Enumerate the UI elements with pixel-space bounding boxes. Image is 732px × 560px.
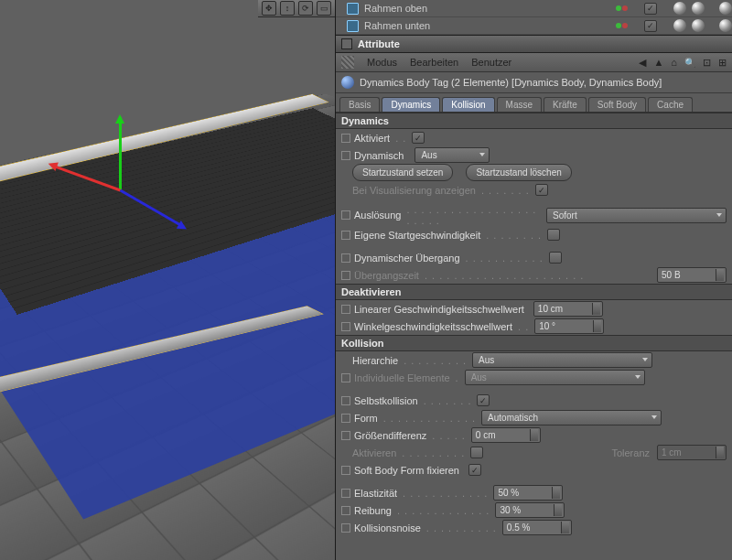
label-bei-visualisierung: Bei Visualisierung anzeigen	[352, 185, 476, 196]
check-aktiviert[interactable]: ✓	[412, 132, 425, 144]
search-icon[interactable]: 🔍	[684, 58, 695, 68]
panel-handle-icon[interactable]	[341, 38, 352, 49]
tree-row[interactable]: Rahmen oben ✓	[336, 0, 732, 17]
attribute-title: Attribute	[358, 38, 400, 49]
vp-max-icon[interactable]: ▭	[317, 1, 331, 16]
btn-startzustand-setzen[interactable]: Startzustand setzen	[352, 164, 453, 181]
material-icon[interactable]	[673, 19, 686, 32]
label-lin-schwellwert: Linearer Geschwindigkeitsschwellwert	[354, 304, 524, 315]
check-aktivieren[interactable]	[470, 447, 483, 458]
visibility-dots[interactable]	[616, 23, 628, 28]
object-tree: Rahmen oben ✓ Rahmen unten ✓	[336, 0, 732, 35]
visibility-dots[interactable]	[616, 5, 628, 11]
label-elastizitaet: Elastizität	[354, 488, 397, 499]
label-dynamisch: Dynamisch	[354, 150, 404, 161]
tag-label: Dynamics Body Tag (2 Elemente) [Dynamics…	[360, 77, 662, 88]
material-icon[interactable]	[692, 19, 705, 32]
section-deaktivieren: Deaktivieren	[336, 284, 732, 300]
viewport-toolbar: ✥ ↕ ⟳ ▭	[258, 0, 335, 17]
material-icon[interactable]	[673, 2, 686, 15]
label-kollisionsnoise: Kollisionsnoise	[354, 522, 421, 533]
input-elastizitaet[interactable]: 50 %	[493, 485, 563, 501]
new-icon[interactable]: ⊞	[718, 57, 727, 69]
select-individuelle[interactable]: Aus	[465, 370, 645, 385]
home-icon[interactable]: ⌂	[671, 57, 677, 68]
tag-row: Dynamics Body Tag (2 Elemente) [Dynamics…	[336, 72, 732, 93]
label-eigene-start: Eigene Startgeschwindigkeit	[354, 230, 480, 241]
dynamics-tag-icon	[341, 76, 354, 89]
check-bei-visualisierung[interactable]: ✓	[535, 184, 548, 196]
label-form: Form	[354, 413, 378, 424]
vp-rotate-icon[interactable]: ⟳	[298, 1, 313, 16]
label-aktiviert: Aktiviert	[354, 133, 390, 144]
check-selbstkollision[interactable]: ✓	[477, 394, 490, 406]
tab-kollision[interactable]: Kollision	[442, 97, 494, 112]
label-hierarchie: Hierarchie	[352, 355, 398, 366]
select-ausloesung[interactable]: Sofort	[546, 208, 727, 223]
tag-icon[interactable]	[719, 2, 732, 15]
tree-item-label: Rahmen oben	[364, 3, 610, 14]
nav-up-icon[interactable]: ▲	[653, 57, 663, 68]
label-individuelle: Individuelle Elemente	[354, 372, 450, 383]
label-toleranz: Toleranz	[611, 447, 650, 458]
select-dynamisch[interactable]: Aus	[414, 147, 490, 163]
menu-edit[interactable]: Bearbeiten	[410, 57, 458, 68]
enable-check[interactable]: ✓	[644, 3, 657, 15]
tab-kraefte[interactable]: Kräfte	[544, 97, 587, 112]
cube-icon	[347, 20, 359, 32]
input-uebergangszeit[interactable]: 50 B	[657, 267, 727, 283]
vp-zoom-icon[interactable]: ↕	[280, 1, 295, 16]
section-kollision: Kollision	[336, 335, 732, 351]
tab-dynamics[interactable]: Dynamics	[382, 97, 440, 112]
nav-back-icon[interactable]: ◀	[639, 57, 646, 69]
tab-basis[interactable]: Basis	[339, 97, 380, 112]
check-dyn-uebergang[interactable]	[549, 252, 562, 264]
menu-mode[interactable]: Modus	[367, 57, 397, 68]
label-reibung: Reibung	[354, 505, 392, 516]
material-icon[interactable]	[692, 2, 705, 15]
label-groessendiff: Größendifferenz	[354, 430, 426, 441]
menu-user[interactable]: Benutzer	[471, 57, 511, 68]
tab-cache[interactable]: Cache	[648, 97, 693, 112]
viewport-scene	[0, 16, 335, 560]
label-softbody-fix: Soft Body Form fixieren	[354, 465, 459, 476]
input-winkel-schwellwert[interactable]: 10 °	[534, 318, 604, 334]
tab-softbody[interactable]: Soft Body	[588, 97, 646, 112]
input-lin-schwellwert[interactable]: 10 cm	[533, 301, 603, 317]
label-dyn-uebergang: Dynamischer Übergang	[354, 253, 460, 264]
attribute-body: Dynamics Aktiviert. .✓ DynamischAus Star…	[336, 113, 732, 560]
section-dynamics: Dynamics	[336, 113, 732, 129]
viewport-3d[interactable]: ✥ ↕ ⟳ ▭	[0, 0, 336, 560]
input-kollisionsnoise[interactable]: 0.5 %	[502, 520, 572, 535]
check-softbody-fix[interactable]: ✓	[468, 464, 481, 476]
label-ausloesung: Auslösung	[354, 210, 401, 221]
label-aktivieren: Aktivieren	[352, 447, 396, 458]
attribute-tabs: Basis Dynamics Kollision Masse Kräfte So…	[336, 93, 732, 113]
tag-icon[interactable]	[719, 19, 732, 32]
vp-move-icon[interactable]: ✥	[262, 1, 276, 16]
select-form[interactable]: Automatisch	[481, 410, 662, 425]
input-groessendiff[interactable]: 0 cm	[471, 427, 541, 443]
input-toleranz[interactable]: 1 cm	[657, 445, 727, 460]
attribute-header: Attribute	[336, 35, 732, 53]
attribute-panel: Rahmen oben ✓ Rahmen unten ✓	[336, 0, 732, 560]
grip-icon[interactable]	[341, 56, 354, 69]
input-reibung[interactable]: 30 %	[495, 502, 565, 518]
axis-gizmo[interactable]	[119, 190, 121, 192]
tab-masse[interactable]: Masse	[497, 97, 542, 112]
btn-startzustand-loeschen[interactable]: Startzustand löschen	[466, 164, 571, 181]
lock-icon[interactable]: ⊡	[703, 57, 711, 69]
attribute-menu: Modus Bearbeiten Benutzer ◀ ▲ ⌂ 🔍 ⊡ ⊞	[336, 53, 732, 72]
enable-check[interactable]: ✓	[644, 20, 657, 32]
tree-row[interactable]: Rahmen unten ✓	[336, 17, 732, 35]
label-winkel-schwellwert: Winkelgeschwindigkeitsschwellwert	[354, 321, 512, 332]
check-eigene-start[interactable]	[547, 229, 560, 241]
label-selbstkollision: Selbstkollision	[354, 395, 418, 406]
label-uebergangszeit: Übergangszeit	[354, 270, 419, 281]
tree-item-label: Rahmen unten	[364, 20, 610, 31]
select-hierarchie[interactable]: Aus	[472, 352, 652, 368]
cube-icon	[347, 3, 359, 15]
